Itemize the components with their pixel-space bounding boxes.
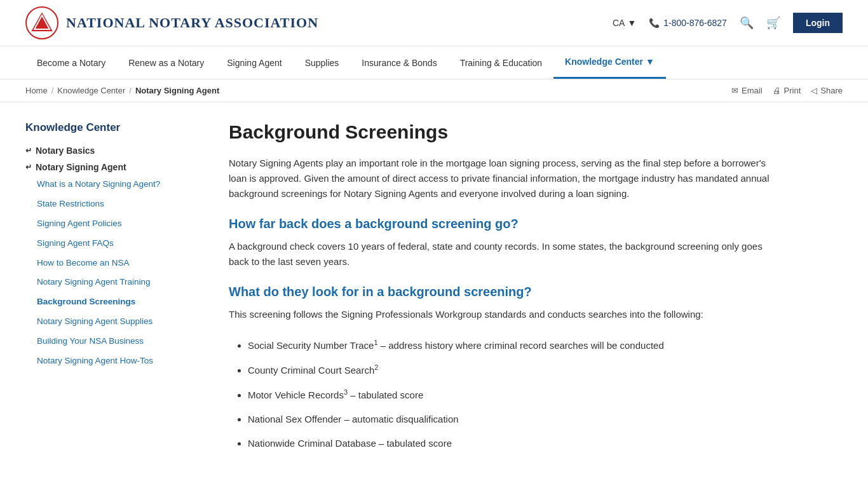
search-icon[interactable]: 🔍 — [740, 16, 754, 30]
nav-item-signing-agent[interactable]: Signing Agent — [215, 48, 293, 78]
breadcrumb-home[interactable]: Home — [25, 86, 48, 95]
cart-icon[interactable]: 🛒 — [766, 16, 780, 30]
breadcrumb-knowledge-center[interactable]: Knowledge Center — [57, 86, 125, 95]
breadcrumb-sep1: / — [51, 86, 54, 95]
nav-item-supplies[interactable]: Supplies — [294, 48, 351, 78]
location-selector[interactable]: CA ▼ — [613, 18, 636, 28]
sidebar-link-signing-agent-faqs[interactable]: Signing Agent FAQs — [37, 238, 203, 250]
share-icon: ◁ — [811, 86, 817, 95]
breadcrumb-left: Home / Knowledge Center / Notary Signing… — [25, 86, 219, 95]
bullet-item-3: Motor Vehicle Records3 – tabulated score — [248, 387, 775, 403]
section-heading-2: What do they look for in a background sc… — [229, 285, 775, 299]
breadcrumb-current: Notary Signing Agent — [135, 86, 219, 95]
nav-item-knowledge-center[interactable]: Knowledge Center ▼ — [553, 46, 666, 79]
breadcrumb-sep2: / — [129, 86, 132, 95]
sidebar-section-notary-signing-agent: ↵ Notary Signing Agent What is a Notary … — [25, 162, 203, 367]
location-text: CA — [613, 18, 625, 28]
bullet-item-4: National Sex Offender – automatic disqua… — [248, 412, 775, 427]
sidebar-link-building-nsa-business[interactable]: Building Your NSA Business — [37, 336, 203, 348]
main-nav: Become a NotaryRenew as a NotarySigning … — [0, 46, 868, 79]
logo-text: National Notary Association — [66, 15, 318, 31]
sidebar: Knowledge Center ↵ Notary Basics ↵ Notar… — [25, 121, 203, 464]
print-action[interactable]: 🖨 Print — [773, 86, 801, 95]
email-icon: ✉ — [731, 86, 738, 95]
nav-item-become-a-notary[interactable]: Become a Notary — [25, 48, 117, 78]
section-heading-1: How far back does a background screening… — [229, 217, 775, 231]
intro-text: Notary Signing Agents play an important … — [229, 156, 775, 201]
bullet-item-5: Nationwide Criminal Database – tabulated… — [248, 436, 775, 451]
notary-basics-label: Notary Basics — [36, 146, 95, 156]
sidebar-link-nsa-how-tos[interactable]: Notary Signing Agent How-Tos — [37, 355, 203, 367]
section-text-2: This screening follows the Signing Profe… — [229, 307, 775, 322]
header-right: CA ▼ 📞 1-800-876-6827 🔍 🛒 Login — [613, 13, 843, 33]
nna-logo-icon — [25, 6, 58, 39]
sidebar-title: Knowledge Center — [25, 121, 203, 134]
bullet-item-1: Social Security Number Trace1 – address … — [248, 337, 775, 353]
top-header: National Notary Association CA ▼ 📞 1-800… — [0, 0, 868, 46]
nsa-links: What is a Notary Signing Agent? State Re… — [37, 179, 203, 367]
sidebar-link-background-screenings[interactable]: Background Screenings — [37, 296, 203, 308]
section-text-1: A background check covers 10 years of fe… — [229, 239, 775, 269]
sidebar-section-notary-basics: ↵ Notary Basics — [25, 146, 203, 156]
sidebar-link-nsa-supplies[interactable]: Notary Signing Agent Supplies — [37, 316, 203, 328]
phone-link[interactable]: 📞 1-800-876-6827 — [649, 18, 727, 28]
location-chevron-icon: ▼ — [627, 18, 636, 28]
email-action[interactable]: ✉ Email — [731, 86, 763, 95]
breadcrumb-actions: ✉ Email 🖨 Print ◁ Share — [731, 86, 843, 95]
sidebar-link-state-restrictions[interactable]: State Restrictions — [37, 198, 203, 210]
nav-item-insurance-&-bonds[interactable]: Insurance & Bonds — [350, 48, 448, 78]
phone-number: 1-800-876-6827 — [663, 18, 727, 28]
share-action[interactable]: ◁ Share — [811, 86, 843, 95]
sidebar-section-notary-basics-title[interactable]: ↵ Notary Basics — [25, 146, 203, 156]
sidebar-link-signing-agent-policies[interactable]: Signing Agent Policies — [37, 218, 203, 230]
notary-basics-arrow: ↵ — [25, 146, 32, 155]
sidebar-link-what-is-nsa[interactable]: What is a Notary Signing Agent? — [37, 179, 203, 191]
email-label: Email — [742, 86, 763, 95]
nav-item-training-&-education[interactable]: Training & Education — [449, 48, 553, 78]
sidebar-link-nsa-training[interactable]: Notary Signing Agent Training — [37, 276, 203, 288]
nav-item-renew-as-a-notary[interactable]: Renew as a Notary — [117, 48, 215, 78]
print-label: Print — [784, 86, 801, 95]
nsa-arrow: ↵ — [25, 163, 32, 172]
sidebar-section-nsa-title[interactable]: ↵ Notary Signing Agent — [25, 162, 203, 172]
print-icon: 🖨 — [773, 86, 781, 95]
login-button[interactable]: Login — [793, 13, 843, 33]
bullet-item-2: County Criminal Court Search2 — [248, 362, 775, 378]
screening-bullet-list: Social Security Number Trace1 – address … — [229, 337, 775, 451]
main-content: Background Screenings Notary Signing Age… — [229, 121, 775, 464]
sidebar-link-how-to-become-nsa[interactable]: How to Become an NSA — [37, 257, 203, 269]
page-title: Background Screenings — [229, 121, 775, 143]
phone-icon: 📞 — [649, 18, 660, 28]
share-label: Share — [820, 86, 843, 95]
nsa-section-label: Notary Signing Agent — [36, 162, 126, 172]
logo-area: National Notary Association — [25, 6, 318, 39]
breadcrumb-bar: Home / Knowledge Center / Notary Signing… — [0, 79, 868, 102]
content-area: Knowledge Center ↵ Notary Basics ↵ Notar… — [0, 102, 868, 483]
